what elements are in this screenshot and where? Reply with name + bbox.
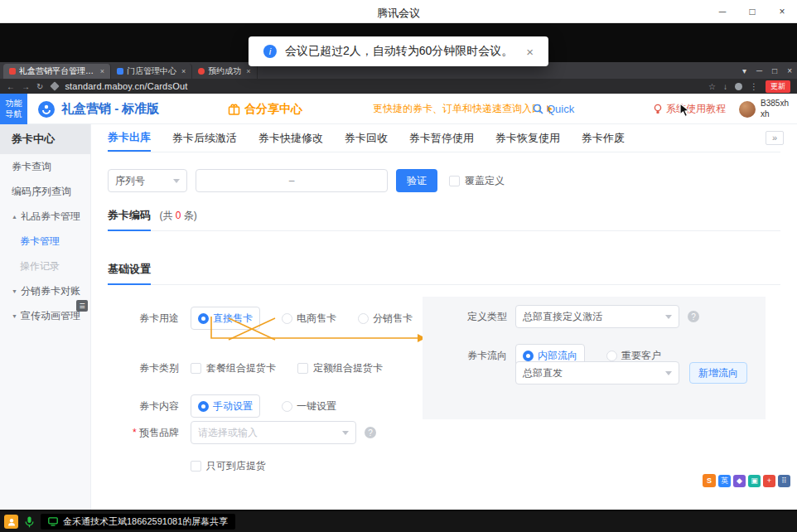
user-avatar xyxy=(739,101,756,118)
forward-icon[interactable]: → xyxy=(22,82,30,91)
flow-target-value: 总部直发 xyxy=(523,366,563,380)
browser-maximize-button[interactable]: □ xyxy=(772,66,777,75)
sidebar-item-operation-log[interactable]: 操作记录 xyxy=(0,254,90,278)
user-account[interactable]: B385xh xh xyxy=(739,94,789,124)
info-icon[interactable]: ? xyxy=(365,427,376,438)
radio-manual-setup[interactable]: 手动设置 xyxy=(191,394,260,418)
radio-one-click-setup[interactable]: 一键设置 xyxy=(282,399,336,414)
checkbox-fixed-combo-card[interactable]: 定额组合提货卡 xyxy=(297,361,383,375)
add-flow-button[interactable]: 新增流向 xyxy=(689,362,747,384)
share-center-link[interactable]: 合分享中心 xyxy=(228,94,302,124)
secure-icon xyxy=(51,81,60,90)
sidebar-item-label: 礼品券卡管理 xyxy=(21,210,80,224)
override-checkbox-group: 覆盖定义 xyxy=(449,174,505,188)
radio-direct-sale[interactable]: 直接售卡 xyxy=(191,307,260,330)
presenter-avatar-icon[interactable] xyxy=(4,515,18,529)
info-icon[interactable]: ? xyxy=(688,311,699,322)
url-text[interactable]: standard.maboy.cn/CardsOut xyxy=(65,81,187,91)
more-menu-icon[interactable]: ⋮ xyxy=(750,82,758,91)
tab-close-icon[interactable]: × xyxy=(246,67,250,75)
main-content: » 券卡出库 券卡后续激活 券卡快捷修改 券卡回收 券卡暂停使用 券卡恢复使用 … xyxy=(91,124,797,510)
bookmark-star-icon[interactable]: ☆ xyxy=(708,82,716,91)
definition-type-select[interactable]: 总部直接定义激活 xyxy=(515,305,679,328)
extension-icon[interactable]: ⠿ xyxy=(778,475,790,487)
presale-brand-placeholder: 请选择或输入 xyxy=(198,426,258,440)
radio-ecommerce-sale[interactable]: 电商售卡 xyxy=(282,312,336,326)
reload-icon[interactable]: ↻ xyxy=(36,82,43,91)
category-row: 券卡类别 套餐组合提货卡 定额组合提货卡 xyxy=(108,361,404,375)
back-icon[interactable]: ← xyxy=(7,82,15,91)
close-button[interactable]: × xyxy=(767,0,797,23)
tab-card-suspend[interactable]: 券卡暂停使用 xyxy=(409,124,474,152)
checkbox-store-pickup-only[interactable]: 只可到店提货 xyxy=(191,459,266,473)
usage-label: 券卡用途 xyxy=(108,312,179,326)
content-label: 券卡内容 xyxy=(108,399,179,414)
update-badge[interactable]: 更新 xyxy=(766,80,790,93)
tutorial-link[interactable]: 系统使用教程 xyxy=(653,94,726,124)
radio-label: 手动设置 xyxy=(213,399,253,414)
serial-range-input[interactable]: – xyxy=(196,169,388,192)
presale-brand-label: * 预售品牌 xyxy=(108,426,179,440)
quick-search-link[interactable]: Quick xyxy=(533,94,574,124)
override-label[interactable]: 覆盖定义 xyxy=(465,174,505,188)
checkbox-package-combo-card[interactable]: 套餐组合提货卡 xyxy=(191,361,276,375)
extension-icon[interactable]: 英 xyxy=(718,475,731,487)
checkbox-icon xyxy=(297,363,308,374)
browser-tab[interactable]: 门店管理中心 × xyxy=(111,64,192,79)
verify-button[interactable]: 验证 xyxy=(396,169,437,192)
tab-menu-icon[interactable]: ▾ xyxy=(742,66,746,75)
profile-icon[interactable] xyxy=(735,83,742,90)
serial-select[interactable]: 序列号 xyxy=(108,169,187,192)
override-checkbox[interactable] xyxy=(449,176,460,186)
tab-card-outbound[interactable]: 券卡出库 xyxy=(108,124,151,152)
tab-card-void[interactable]: 券卡作废 xyxy=(582,124,625,152)
extension-icon[interactable]: S xyxy=(703,474,716,487)
tab-label: 门店管理中心 xyxy=(127,65,176,77)
serial-filter-row: 序列号 – 验证 覆盖定义 xyxy=(108,169,780,192)
panel-collapse-button[interactable]: » xyxy=(766,131,784,145)
sidebar-item-label: 编码序列查询 xyxy=(12,185,71,199)
minimize-button[interactable]: ─ xyxy=(708,0,737,23)
sidebar-group-gift-card-mgmt[interactable]: ▲ 礼品券卡管理 xyxy=(0,204,90,229)
browser-close-button[interactable]: × xyxy=(787,66,792,75)
tab-card-quick-edit[interactable]: 券卡快捷修改 xyxy=(258,124,323,152)
presale-brand-select[interactable]: 请选择或输入 xyxy=(191,421,356,444)
usage-row: 券卡用途 直接售卡 电商售卡 xyxy=(108,307,434,330)
download-icon[interactable]: ↓ xyxy=(723,82,727,91)
tab-close-icon[interactable]: × xyxy=(181,67,186,75)
radio-label: 直接售卡 xyxy=(213,312,253,326)
extension-icon[interactable]: ◆ xyxy=(733,475,746,487)
sidebar-item-code-serial-query[interactable]: 编码序列查询 xyxy=(0,179,90,204)
checkbox-label: 只可到店提货 xyxy=(206,459,266,473)
browser-tab[interactable]: 预约成功 × xyxy=(192,64,257,79)
person-icon xyxy=(7,518,16,526)
browser-tab-active[interactable]: 礼盒营销平台管理中心 × xyxy=(3,64,111,79)
radio-important-customer[interactable]: 重要客户 xyxy=(606,349,661,363)
sidebar-item-card-query[interactable]: 券卡查询 xyxy=(0,154,90,179)
extension-icon[interactable]: ▣ xyxy=(748,475,761,487)
toast-close-icon[interactable]: × xyxy=(526,45,534,59)
sidebar-item-card-mgmt[interactable]: 券卡管理 xyxy=(0,229,90,254)
flow-target-select[interactable]: 总部直发 xyxy=(515,361,679,384)
tab-card-recycle[interactable]: 券卡回收 xyxy=(345,124,388,152)
count-prefix: (共 xyxy=(159,210,172,221)
browser-minimize-button[interactable]: ─ xyxy=(756,66,762,75)
basic-settings-tab[interactable]: 基础设置 xyxy=(108,262,151,285)
web-page: 功能 导航 礼盒营销 - 标准版 xyxy=(0,94,797,510)
sidebar-collapse-icon[interactable]: ☰ xyxy=(76,300,88,312)
maximize-button[interactable]: □ xyxy=(737,0,767,23)
sidebar-item-label: 宣传动画管理 xyxy=(21,309,80,323)
tab-card-restore[interactable]: 券卡恢复使用 xyxy=(495,124,560,152)
microphone-icon[interactable] xyxy=(25,516,34,528)
nav-toggle-button[interactable]: 功能 导航 xyxy=(0,94,27,124)
tab-card-followup-activate[interactable]: 券卡后续激活 xyxy=(172,124,237,152)
radio-distribution-sale[interactable]: 分销售卡 xyxy=(358,312,413,326)
tab-close-icon[interactable]: × xyxy=(100,67,104,75)
user-name: B385xh xh xyxy=(761,99,789,119)
brand-title: 礼盒营销 - 标准版 xyxy=(61,101,159,117)
card-code-tab[interactable]: 券卡编码 xyxy=(108,208,151,231)
quick-entry-link[interactable]: 更快捷的券卡、订单和快递速查询入口 xyxy=(373,94,554,124)
definition-type-row: 定义类型 总部直接定义激活 ? xyxy=(461,305,699,328)
radio-label: 分销售卡 xyxy=(373,312,413,326)
extension-icon[interactable]: + xyxy=(763,475,775,487)
